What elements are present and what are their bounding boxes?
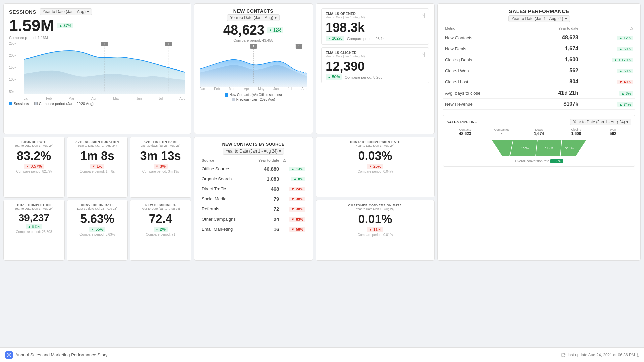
new-contacts-badge: 12% (267, 27, 283, 33)
source-table-row: Direct Traffic 468 ▼ 24% (200, 184, 307, 194)
perf-table-row: New Deals 1,674 ▲ 50% (443, 43, 635, 54)
pipeline-col: Won562 (595, 128, 631, 136)
new-contacts-title: NEW CONTACTS (200, 8, 307, 14)
avg-session-badge: 1% (90, 164, 104, 169)
perf-table-row: Closed Won 562 ▲ 50% (443, 65, 635, 76)
pipeline-dropdown[interactable]: Year to Date (Jan 1 - Aug 24) ▾ (570, 119, 631, 125)
emails-opened-dropdown: Year to Date (Jan 1 - Aug 24) (326, 16, 365, 19)
customer-conv-card: CUSTOMER CONVERSION RATE Year to Date (J… (316, 200, 435, 261)
source-table-row: Offline Source 46,880 ▲ 13% (200, 164, 307, 174)
customer-conv-badge: 11% (367, 227, 383, 232)
sessions-badge: 37% (57, 23, 73, 28)
emails-card: EMAILS OPENED Year to Date (Jan 1 - Aug … (316, 3, 435, 134)
pipeline-col: Deals1,674 (521, 128, 557, 136)
goal-completion-card: GOAL COMPLETION Year to Date (Jan 1 - Au… (3, 200, 65, 261)
perf-metric: Closed Won (443, 65, 528, 76)
emails-clicked-dropdown: Year to Date (Jan 1 - Aug 24) (326, 55, 365, 58)
footer-title: Annual Sales and Marketing Performance S… (15, 352, 108, 357)
emails-clicked-value: 12,390 (326, 59, 365, 73)
emails-clicked-badge: 50% (326, 74, 342, 80)
perf-badge: ▲ 1,170% (580, 54, 635, 65)
conv-badge: 55% (89, 227, 106, 232)
perf-badge: ▲ 12% (580, 32, 635, 43)
svg-text:51.4%: 51.4% (545, 147, 553, 150)
emails-opened-title: EMAILS OPENED (326, 12, 365, 16)
copy-icon: ⧉ (421, 13, 425, 18)
emails-opened-value: 198.3k (326, 20, 365, 35)
perf-table-row: Closing Deals 1,600 ▲ 1,170% (443, 54, 635, 65)
source-badge: ▼ 38% (281, 204, 307, 214)
source-badge: ▼ 24% (281, 184, 307, 194)
source-name: Direct Traffic (200, 184, 249, 194)
contacts-by-source-dropdown[interactable]: Year to Date (Jan 1 - Aug 24) ▾ (223, 148, 284, 155)
sessions-y-axis: 250k200k150k100k50k (9, 42, 23, 94)
perf-value: 1,600 (528, 54, 580, 65)
sessions-dropdown[interactable]: Year to Date (Jan - Aug) ▾ (40, 8, 92, 15)
sessions-chart-inner: 1 1 (24, 42, 185, 94)
sessions-value: 1.59M (9, 16, 54, 35)
emails-opened-badge: 102% (326, 36, 344, 41)
bounce-badge: 0.57% (24, 164, 44, 169)
perf-metric: New Contacts (443, 32, 528, 43)
perf-metric: Closing Deals (443, 54, 528, 65)
footer-left: Annual Sales and Marketing Performance S… (5, 351, 108, 359)
footer: Annual Sales and Marketing Performance S… (0, 347, 644, 362)
source-name: Organic Search (200, 174, 249, 184)
perf-metric: Closed Lost (443, 76, 528, 87)
pipeline-col: Closing1,600 (558, 128, 594, 136)
perf-table-row: Closed Lost 804 ▼ 40% (443, 76, 635, 87)
perf-badge: ▲ 50% (580, 43, 635, 54)
contact-conv-card: CONTACT CONVERSION RATE Year to Date (Ja… (316, 137, 435, 197)
sessions-card: SESSIONS Year to Date (Jan - Aug) ▾ 1.59… (3, 3, 191, 134)
pipeline-title: SALES PIPELINE (447, 120, 477, 124)
new-sess-badge: 2% (154, 227, 168, 232)
sessions-x-axis: JanFebMarAprMayJunJulAug (24, 97, 185, 100)
source-value: 1,083 (249, 174, 281, 184)
contacts-by-source-title: NEW CONTACTS BY SOURCE (200, 142, 307, 147)
avg-session-card: AVG. SESSION DURATION Year to Date (Jan … (67, 137, 128, 198)
source-name: Social Media (200, 194, 249, 204)
copy-icon2: ⧉ (421, 52, 425, 57)
svg-text:100%: 100% (521, 147, 529, 150)
perf-col-delta: △ (580, 25, 635, 32)
contacts-by-source-card: NEW CONTACTS BY SOURCE Year to Date (Jan… (194, 137, 313, 261)
sales-perf-dropdown[interactable]: Year to Date (Jan 1 - Aug 24) ▾ (508, 15, 570, 22)
source-badge: ▲ 13% (281, 164, 307, 174)
new-contacts-dropdown[interactable]: Year to Date (Jan - Aug) ▾ (227, 14, 279, 21)
source-badge: ▲ 8% (281, 174, 307, 184)
source-value: 79 (249, 194, 281, 204)
source-value: 46,880 (249, 164, 281, 174)
perf-value: 1,674 (528, 43, 580, 54)
source-table-row: Social Media 79 ▼ 38% (200, 194, 307, 204)
avg-time-page-card: AVG. TIME ON PAGE Last 30 days (Jul 25 -… (130, 137, 191, 198)
perf-badge: ▲ 3% (580, 87, 635, 99)
perf-metric: Avg. days to close (443, 87, 528, 99)
perf-table-row: New Revenue $107k ▲ 74% (443, 99, 635, 110)
source-name: Offline Source (200, 164, 249, 174)
pipeline-row: Contacts48,623Companies-Deals1,674Closin… (447, 128, 631, 136)
source-value: 24 (249, 214, 281, 224)
source-table-row: Email Marketing 16 ▼ 58% (200, 224, 307, 234)
bounce-rate-card: BOUNCE RATE Year to Date (Jan 1 - Aug 24… (3, 137, 65, 198)
perf-value: 48,623 (528, 32, 580, 43)
svg-text:1: 1 (104, 42, 105, 46)
conversion-rate-card: CONVERSION RATE Last 30 days (Jul 25 - A… (67, 200, 128, 261)
new-contacts-legend: New Contacts (w/o Offline sources) Previ… (200, 93, 307, 101)
perf-table-row: New Contacts 48,623 ▲ 12% (443, 32, 635, 43)
perf-metric: New Revenue (443, 99, 528, 110)
source-badge: ▼ 38% (281, 194, 307, 204)
perf-col-ytd: Year to date (528, 25, 580, 32)
refresh-icon (561, 353, 566, 357)
bottom-stats-grid: BOUNCE RATE Year to Date (Jan 1 - Aug 24… (3, 137, 191, 261)
perf-value: $107k (528, 99, 580, 110)
sessions-chart: 250k200k150k100k50k (9, 42, 185, 100)
sessions-legend: Sessions Compare period (Jan - 2020 Aug) (9, 102, 185, 106)
overall-cr: Overall conversion rate 1.56% (447, 159, 631, 163)
new-contacts-value: 48,623 (223, 22, 264, 38)
emails-clicked-title: EMAILS CLICKED (326, 51, 365, 55)
source-col-source: Source (200, 157, 249, 164)
source-value: 16 (249, 224, 281, 234)
source-badge: ▼ 83% (281, 214, 307, 224)
source-name: Referrals (200, 204, 249, 214)
source-table-row: Other Campaigns 24 ▼ 83% (200, 214, 307, 224)
